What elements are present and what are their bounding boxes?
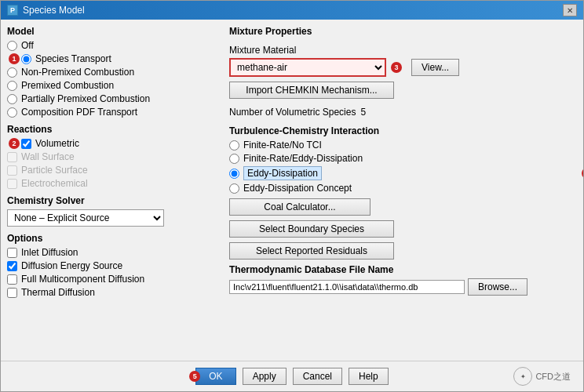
turbulence-header: Turbulence-Chemistry Interaction	[229, 125, 577, 136]
right-panel: Mixture Properties Mixture Material meth…	[229, 26, 577, 354]
browse-button[interactable]: Browse...	[468, 278, 527, 296]
radio-composition-pdf[interactable]: Composition PDF Transport	[7, 107, 223, 118]
radio-finite-eddy-input[interactable]	[229, 154, 239, 164]
apply-button[interactable]: Apply	[243, 368, 287, 385]
checkbox-inlet-input[interactable]	[7, 248, 17, 258]
cfd-text: CFD之道	[535, 371, 571, 383]
radio-species-input[interactable]	[21, 54, 31, 64]
options-header: Options	[7, 233, 223, 244]
import-chemkin-button[interactable]: Import CHEMKIN Mechanism...	[229, 82, 394, 99]
radio-species-transport[interactable]: 1 Species Transport	[7, 53, 223, 64]
select-residuals-row: Select Reported Residuals	[229, 242, 577, 260]
reactions-header: Reactions	[7, 124, 223, 135]
select-boundary-button[interactable]: Select Boundary Species	[229, 220, 394, 238]
radio-partially-label: Partially Premixed Combustion	[21, 93, 150, 104]
radio-premixed-input[interactable]	[7, 81, 17, 91]
close-button[interactable]: ✕	[563, 4, 577, 16]
radio-off-label: Off	[21, 40, 34, 51]
select-boundary-row: Select Boundary Species	[229, 220, 577, 238]
ok-button[interactable]: OK	[195, 368, 235, 385]
num-volumetric-value: 5	[360, 107, 366, 118]
titlebar: P Species Model ✕	[1, 1, 583, 20]
radio-eddy-concept-input[interactable]	[229, 183, 239, 194]
badge-4: 4	[582, 168, 583, 179]
reactions-section: Reactions 2 Volumetric Wall Surface	[7, 124, 223, 189]
coal-calculator-button[interactable]: Coal Calculator...	[229, 198, 370, 216]
checkbox-particle-label: Particle Surface	[21, 165, 88, 176]
radio-non-premixed-input[interactable]	[7, 67, 17, 78]
view-button[interactable]: View...	[411, 59, 459, 76]
species-model-window: P Species Model ✕ Model Off	[0, 0, 584, 392]
radio-pdf-input[interactable]	[7, 107, 17, 118]
help-button[interactable]: Help	[349, 368, 389, 385]
radio-eddy-label: Eddy-Dissipation	[243, 166, 322, 180]
checkbox-wall-input[interactable]	[7, 152, 17, 162]
radio-off[interactable]: Off	[7, 40, 223, 51]
checkbox-electrochemical: Electrochemical	[7, 178, 223, 189]
mixture-material-label: Mixture Material	[229, 45, 577, 56]
num-volumetric-label: Number of Volumetric Species	[229, 107, 356, 118]
radio-finite-no-label: Finite-Rate/No TCI	[243, 140, 322, 151]
radio-finite-rate-eddy[interactable]: Finite-Rate/Eddy-Dissipation	[229, 153, 577, 164]
reactions-checkbox-group: 2 Volumetric Wall Surface Particle Surfa…	[7, 138, 223, 189]
radio-species-label: Species Transport	[35, 53, 111, 64]
app-icon: P	[7, 5, 18, 16]
radio-partially-input[interactable]	[7, 94, 17, 104]
checkbox-wall-label: Wall Surface	[21, 151, 75, 162]
checkbox-volumetric-input[interactable]	[21, 139, 31, 149]
checkbox-diffusion-input[interactable]	[7, 261, 17, 271]
footer: 5 OK Apply Cancel Help ✦ CFD之道	[1, 361, 583, 391]
coal-calculator-row: Coal Calculator...	[229, 198, 577, 216]
checkbox-thermal-label: Thermal Diffusion	[21, 287, 95, 298]
radio-eddy-dissipation-concept[interactable]: Eddy-Dissipation Concept	[229, 183, 577, 194]
chemistry-solver-header: Chemistry Solver	[7, 195, 223, 206]
checkbox-particle-surface: Particle Surface	[7, 165, 223, 176]
model-radio-group: Off 1 Species Transport Non-Premixed Com…	[7, 40, 223, 118]
model-header: Model	[7, 26, 223, 37]
thermo-path-input[interactable]	[229, 280, 465, 294]
radio-finite-eddy-label: Finite-Rate/Eddy-Dissipation	[243, 153, 363, 164]
cancel-button[interactable]: Cancel	[293, 368, 342, 385]
mixture-material-select[interactable]: methane-air air other	[229, 58, 386, 77]
chemistry-solver-section: Chemistry Solver None – Explicit Source …	[7, 195, 223, 227]
radio-eddy-concept-label: Eddy-Dissipation Concept	[243, 183, 352, 194]
checkbox-thermal-diffusion[interactable]: Thermal Diffusion	[7, 287, 223, 298]
checkbox-full-multicomponent[interactable]: Full Multicomponent Diffusion	[7, 274, 223, 285]
checkbox-inlet-label: Inlet Diffusion	[21, 247, 78, 258]
radio-finite-rate-no-tci[interactable]: Finite-Rate/No TCI	[229, 140, 577, 151]
radio-non-premixed[interactable]: Non-Premixed Combustion	[7, 67, 223, 78]
radio-premixed[interactable]: Premixed Combustion	[7, 80, 223, 91]
checkbox-volumetric-label: Volumetric	[35, 138, 79, 149]
radio-non-premixed-label: Non-Premixed Combustion	[21, 67, 134, 78]
checkbox-full-label: Full Multicomponent Diffusion	[21, 274, 144, 285]
mixture-material-row-label: Mixture Material methane-air air other 3…	[229, 45, 577, 77]
radio-finite-no-input[interactable]	[229, 140, 239, 151]
checkbox-particle-input[interactable]	[7, 165, 17, 176]
import-chemkin-row: Import CHEMKIN Mechanism...	[229, 82, 577, 99]
titlebar-left: P Species Model	[7, 5, 85, 16]
badge-3: 3	[391, 62, 402, 73]
chemistry-solver-select[interactable]: None – Explicit Source Stiff Chemistry S…	[7, 209, 164, 227]
left-panel: Model Off 1 Species Transport	[7, 26, 223, 354]
radio-partially-premixed[interactable]: Partially Premixed Combustion	[7, 93, 223, 104]
num-volumetric-row: Number of Volumetric Species 5	[229, 107, 577, 118]
checkbox-volumetric[interactable]: 2 Volumetric	[7, 138, 223, 149]
thermo-filepath-row: Browse...	[229, 278, 577, 296]
checkbox-inlet-diffusion[interactable]: Inlet Diffusion	[7, 247, 223, 258]
checkbox-thermal-input[interactable]	[7, 288, 17, 298]
radio-eddy-dissipation[interactable]: Eddy-Dissipation 4	[229, 166, 577, 180]
badge-1: 1	[9, 53, 20, 64]
thermo-section: Thermodynamic Database File Name Browse.…	[229, 264, 577, 296]
turbulence-section: Turbulence-Chemistry Interaction Finite-…	[229, 125, 577, 194]
select-residuals-button[interactable]: Select Reported Residuals	[229, 242, 394, 260]
radio-eddy-input[interactable]	[229, 169, 239, 179]
thermo-header: Thermodynamic Database File Name	[229, 264, 577, 275]
mixture-properties-header: Mixture Properties	[229, 26, 577, 37]
checkbox-diffusion-energy[interactable]: Diffusion Energy Source	[7, 260, 223, 271]
checkbox-electro-input[interactable]	[7, 179, 17, 189]
ok-button-wrapper: 5 OK	[195, 368, 235, 385]
mixture-material-row: methane-air air other 3 View...	[229, 58, 577, 77]
radio-off-input[interactable]	[7, 41, 17, 51]
checkbox-full-input[interactable]	[7, 274, 17, 285]
checkbox-diffusion-label: Diffusion Energy Source	[21, 260, 122, 271]
